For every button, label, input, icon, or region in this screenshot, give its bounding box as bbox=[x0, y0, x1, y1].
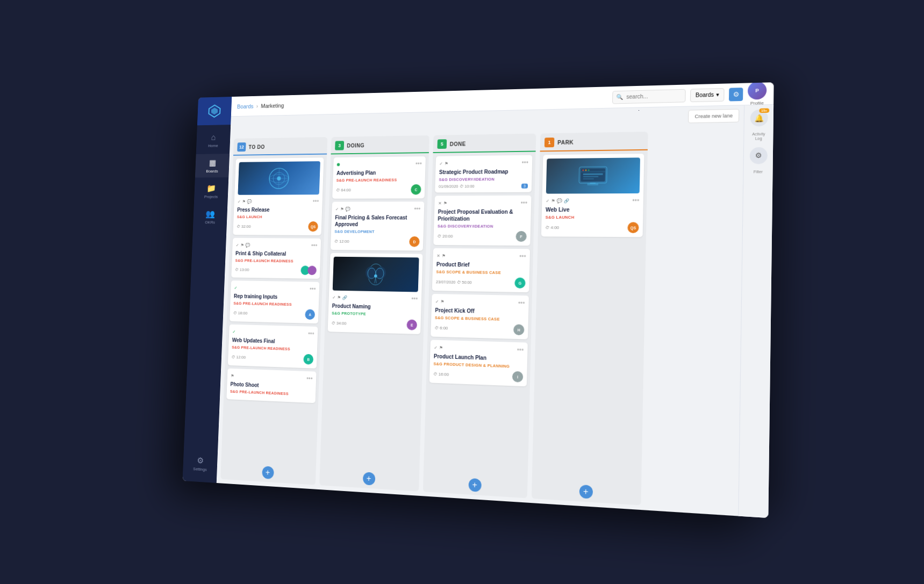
board-area: Create new lane 12 TO DO bbox=[216, 104, 773, 517]
sidebar-bottom: ⚙ Settings bbox=[190, 451, 209, 482]
svg-line-14 bbox=[374, 277, 375, 283]
breadcrumb-parent[interactable]: Boards bbox=[237, 103, 253, 109]
card-time: ⏱ 13:00 bbox=[234, 267, 249, 272]
card-top-row: ✕ ⚑ ••• bbox=[438, 199, 527, 206]
card-tag: S&G PRE-LAUNCH READINESS bbox=[232, 344, 314, 351]
card-icon: ✓ bbox=[434, 345, 438, 350]
lane-park: 1 PARK bbox=[531, 132, 648, 505]
add-card-todo-button[interactable]: + bbox=[261, 466, 274, 479]
sidebar-nav: ⌂ Home ▦ Boards 📁 Projects 👥 OKRs bbox=[192, 125, 230, 229]
sidebar-item-settings[interactable]: ⚙ Settings bbox=[191, 451, 209, 476]
card-avatar: F bbox=[515, 230, 527, 241]
card-image bbox=[238, 161, 320, 195]
card-more-icon[interactable]: ••• bbox=[414, 205, 420, 213]
filter-button[interactable]: ⚙ bbox=[749, 147, 767, 164]
card-meta-icons bbox=[336, 163, 340, 166]
card-avatar: A bbox=[305, 309, 315, 320]
lane-park-header: 1 PARK bbox=[540, 132, 648, 152]
notifications-button[interactable]: 🔔 15+ bbox=[750, 109, 768, 126]
card-meta-icons: ✓ ⚑ 💬 bbox=[235, 242, 250, 247]
card-meta-icons: ✓ bbox=[234, 285, 238, 290]
card-time: ⏱ 12:00 bbox=[231, 354, 246, 359]
card-advertising-plan[interactable]: ••• Advertising Plan S&G PRE-LAUNCH READ… bbox=[332, 156, 426, 199]
add-card-done-button[interactable]: + bbox=[468, 478, 481, 492]
card-footer: ⏱ 12:00 B bbox=[231, 351, 313, 364]
card-title: Rep training Inputs bbox=[233, 292, 315, 300]
card-project-proposal[interactable]: ✕ ⚑ ••• Project Proposal Evaluation & Pr… bbox=[433, 195, 531, 246]
card-flag-icon: ⚑ bbox=[443, 200, 447, 205]
avatar[interactable]: P bbox=[747, 82, 767, 99]
card-footer: ⏱ 12:00 D bbox=[334, 236, 419, 247]
breadcrumb-sep: › bbox=[256, 103, 258, 109]
card-icon: ✓ bbox=[332, 294, 336, 299]
sidebar-item-home[interactable]: ⌂ Home bbox=[196, 128, 230, 152]
card-flag-icon: ⚑ bbox=[440, 299, 444, 304]
card-more-icon[interactable]: ••• bbox=[309, 285, 316, 293]
card-product-launch-plan[interactable]: ✓ ⚑ ••• Product Launch Plan S&G PRODUCT … bbox=[429, 340, 527, 386]
card-footer: ⏱ 13:00 bbox=[234, 264, 316, 275]
activity-log-label: ActivityLog bbox=[751, 132, 765, 141]
card-print-ship[interactable]: ✓ ⚑ 💬 ••• Print & Ship Collateral S&G PR… bbox=[231, 237, 321, 278]
card-more-icon[interactable]: ••• bbox=[411, 295, 417, 302]
chevron-down-icon: ▾ bbox=[716, 91, 719, 97]
card-more-icon[interactable]: ••• bbox=[517, 346, 524, 354]
card-product-naming[interactable]: ✓ ⚑ 🔗 ••• Product Naming S&G PROTOTYPE bbox=[327, 253, 422, 334]
settings-gear-button[interactable]: ⚙ bbox=[728, 87, 742, 101]
projects-icon: 📁 bbox=[206, 183, 216, 193]
card-comment-icon: 💬 bbox=[247, 199, 252, 204]
card-more-icon[interactable]: ••• bbox=[520, 199, 527, 206]
card-more-icon[interactable]: ••• bbox=[312, 197, 319, 204]
card-rep-training[interactable]: ✓ ••• Rep training Inputs S&G PRE-LAUNCH… bbox=[230, 280, 319, 323]
card-web-live[interactable]: ✓ ⚑ 💬 🔗 ••• Web Live S&G LAUNCH bbox=[541, 154, 644, 237]
card-check-icon: ✓ bbox=[234, 285, 238, 290]
card-more-icon[interactable]: ••• bbox=[632, 197, 640, 204]
card-press-release[interactable]: ✓ ⚑ 💬 ••• Press Release S&G LAUNCH bbox=[233, 157, 324, 235]
card-product-brief[interactable]: ✕ ⚑ ••• Product Brief S&G SCOPE & BUSINE… bbox=[432, 248, 529, 292]
card-image bbox=[332, 256, 419, 292]
lane-done-header: 5 DONE bbox=[433, 133, 536, 153]
card-more-icon[interactable]: ••• bbox=[415, 160, 421, 167]
card-web-updates[interactable]: ✓ ••• Web Updates Final S&G PRE-LAUNCH R… bbox=[227, 324, 318, 368]
clock-icon: ⏱ bbox=[231, 354, 235, 359]
clock-icon: ⏱ bbox=[434, 325, 439, 330]
card-more-icon[interactable]: ••• bbox=[518, 299, 525, 306]
card-meta-icons: ✓ ⚑ bbox=[434, 345, 443, 350]
boards-dropdown[interactable]: Boards ▾ bbox=[690, 88, 724, 102]
header-right: 🔍 Boards ▾ ⚙ P Profile bbox=[612, 82, 767, 109]
sidebar-item-projects[interactable]: 📁 Projects bbox=[194, 179, 228, 203]
sidebar-item-boards[interactable]: ▦ Boards bbox=[195, 154, 229, 177]
home-icon: ⌂ bbox=[211, 133, 216, 142]
card-more-icon[interactable]: ••• bbox=[307, 330, 314, 337]
app-logo[interactable] bbox=[197, 97, 231, 125]
columns-area: Create new lane 12 TO DO bbox=[216, 105, 743, 516]
card-title: Print & Ship Collateral bbox=[235, 250, 317, 257]
clock-icon: ⏱ bbox=[437, 233, 441, 238]
card-comment-icon: 💬 bbox=[245, 242, 250, 247]
card-more-icon[interactable]: ••• bbox=[311, 242, 317, 249]
card-title: Project Proposal Evaluation & Prioritiza… bbox=[438, 208, 527, 222]
card-meta-icons: ⚑ bbox=[231, 373, 234, 378]
card-avatar: I bbox=[512, 371, 523, 382]
card-more-icon[interactable]: ••• bbox=[521, 158, 528, 166]
card-title: Project Kick Off bbox=[435, 306, 525, 315]
card-flag-icon: ⚑ bbox=[441, 253, 445, 258]
sidebar-item-okrs[interactable]: 👥 OKRs bbox=[192, 205, 227, 228]
card-photo-shoot[interactable]: ⚑ ••• Photo Shoot S&G PRE-LAUNCH READINE… bbox=[226, 368, 316, 403]
card-strategic-roadmap[interactable]: ✓ ⚑ ••• Strategic Product Roadmap S&G DI… bbox=[435, 155, 532, 192]
create-new-lane-button[interactable]: Create new lane bbox=[688, 109, 739, 123]
lane-doing-title: DOING bbox=[347, 142, 364, 148]
card-project-kickoff[interactable]: ✓ ⚑ ••• Project Kick Off S&G SCOPE & BUS… bbox=[431, 293, 529, 339]
add-card-park-button[interactable]: + bbox=[579, 484, 593, 499]
card-more-icon[interactable]: ••• bbox=[306, 374, 312, 382]
search-input[interactable] bbox=[612, 89, 686, 104]
card-title: Product Naming bbox=[332, 302, 417, 311]
lane-park-body: ✓ ⚑ 💬 🔗 ••• Web Live S&G LAUNCH bbox=[532, 150, 647, 485]
add-card-doing-button[interactable]: + bbox=[362, 472, 375, 485]
card-top-row: ✓ ••• bbox=[234, 284, 316, 292]
card-more-icon[interactable]: ••• bbox=[519, 253, 526, 260]
card-check-icon: ✓ bbox=[237, 199, 240, 203]
card-final-pricing[interactable]: ✓ ⚑ 💬 ••• Final Pricing & Sales Forecast… bbox=[330, 201, 424, 250]
card-title: Product Launch Plan bbox=[433, 352, 523, 362]
lane-park-title: PARK bbox=[557, 139, 574, 145]
clock-icon: ⏱ bbox=[433, 371, 437, 376]
